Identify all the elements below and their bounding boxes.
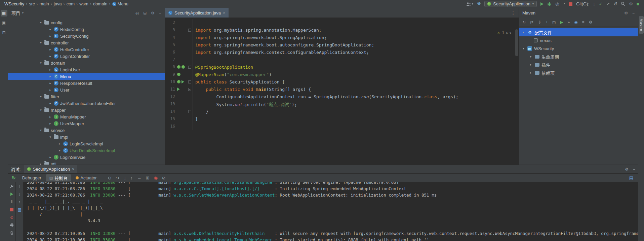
- profile-checkbox[interactable]: [534, 38, 538, 42]
- maven-tree-item[interactable]: ▾mWSecurity: [519, 44, 638, 53]
- chevron-down-icon[interactable]: ▾: [39, 108, 43, 112]
- breadcrumb-item[interactable]: WSecurity: [3, 1, 25, 6]
- run-configuration-icon[interactable]: ▶: [560, 20, 563, 24]
- code-line[interactable]: 7: [165, 56, 519, 63]
- breadcrumb-item[interactable]: main: [39, 1, 50, 6]
- chevron-right-icon[interactable]: ▸: [529, 63, 533, 66]
- settings-icon[interactable]: ⚙: [629, 2, 633, 6]
- project-tree-item[interactable]: ▾impl: [8, 134, 165, 140]
- project-tree-item[interactable]: ▸IUserMapper: [8, 120, 165, 127]
- maven-tree-item[interactable]: ▾⚙配置文件: [519, 28, 638, 36]
- project-tree-item[interactable]: ▾service: [8, 127, 165, 134]
- chevron-right-icon[interactable]: ▸: [48, 28, 52, 31]
- debug-button[interactable]: [547, 2, 552, 6]
- project-tree-item[interactable]: ▾controller: [8, 39, 165, 46]
- maven-tree-item[interactable]: ▸插件: [519, 61, 638, 69]
- hide-icon[interactable]: −: [632, 11, 635, 15]
- maven-tree-item[interactable]: nexus: [519, 36, 638, 44]
- spring-bean-icon[interactable]: [177, 73, 180, 76]
- sort-icon[interactable]: ↕: [17, 200, 22, 204]
- step-over-icon[interactable]: ↪: [116, 176, 120, 180]
- tab-console[interactable]: ▤控制台: [46, 174, 71, 181]
- chevron-down-icon[interactable]: ▾: [39, 41, 43, 44]
- evaluate-expression-icon[interactable]: ⊞: [146, 176, 150, 180]
- project-tree-item[interactable]: ▾mapper: [8, 107, 165, 113]
- structure-stripe-button[interactable]: ⊞: [1, 29, 7, 36]
- hide-icon[interactable]: −: [159, 11, 161, 15]
- editor-scrollbar[interactable]: [515, 29, 518, 56]
- fold-marker[interactable]: [187, 108, 193, 115]
- chevron-right-icon[interactable]: ▸: [48, 88, 52, 92]
- pause-icon[interactable]: ‖: [9, 200, 14, 204]
- chevron-right-icon[interactable]: ▸: [48, 156, 52, 159]
- spring-bean-icon[interactable]: [177, 65, 180, 69]
- fold-marker[interactable]: [187, 56, 193, 63]
- clear-console-icon[interactable]: [9, 231, 14, 235]
- code-line[interactable]: 14 }: [165, 108, 519, 115]
- fold-marker[interactable]: [187, 41, 193, 48]
- fold-marker[interactable]: [187, 34, 193, 41]
- fold-marker[interactable]: −: [187, 78, 193, 85]
- chevron-right-icon[interactable]: ▸: [48, 55, 52, 58]
- fold-marker[interactable]: −: [187, 63, 193, 71]
- project-tree-item[interactable]: ▸util: [8, 161, 165, 165]
- show-execution-point-icon[interactable]: ⊙: [108, 176, 112, 180]
- maven-stripe-button[interactable]: Maven: [639, 16, 644, 34]
- chevron-right-icon[interactable]: ▸: [48, 115, 52, 118]
- maven-tree-item[interactable]: ▸生命周期: [519, 53, 638, 61]
- code-line[interactable]: 3−import org.mybatis.spring.annotation.M…: [165, 26, 519, 34]
- profiler-button[interactable]: ◔: [563, 2, 565, 6]
- execute-goal-icon[interactable]: m: [552, 20, 556, 24]
- skip-tests-icon[interactable]: »: [567, 20, 570, 24]
- project-tree-item[interactable]: ▸ILoginServcie: [8, 154, 165, 161]
- chevron-right-icon[interactable]: ▸: [39, 162, 43, 165]
- collapse-all-icon[interactable]: ⊟: [143, 11, 147, 15]
- run-to-cursor-icon[interactable]: →: [137, 176, 142, 180]
- project-tree-item[interactable]: ▸CJwtAuthenticationTokenFilter: [8, 100, 165, 107]
- chevron-right-icon[interactable]: ▸: [48, 68, 52, 71]
- code-line[interactable]: 12 ConfigurableApplicationContext run = …: [165, 93, 519, 100]
- breadcrumb-item[interactable]: domain: [92, 1, 109, 6]
- project-tree-item[interactable]: ▸CLoginController: [8, 53, 165, 60]
- project-tree-item[interactable]: ▸CLoginServcieImpl: [8, 140, 165, 147]
- locate-icon[interactable]: ◎: [135, 11, 139, 15]
- toggle-offline-icon[interactable]: ◉: [574, 20, 577, 24]
- fold-marker[interactable]: −: [187, 26, 193, 34]
- project-tree-item[interactable]: ▸CSecurityConfig: [8, 33, 165, 39]
- breadcrumb-item[interactable]: com: [66, 1, 76, 6]
- resume-icon[interactable]: [9, 192, 14, 197]
- hide-icon[interactable]: −: [633, 167, 635, 171]
- refresh-icon[interactable]: ↻: [522, 20, 526, 24]
- run-gutter-icon[interactable]: [182, 80, 184, 83]
- maven-settings-icon[interactable]: ⚙: [589, 20, 593, 24]
- rerun-icon[interactable]: ↻: [10, 175, 17, 180]
- generate-sources-icon[interactable]: ⇄: [530, 20, 533, 24]
- chevron-down-icon[interactable]: ▾: [522, 47, 525, 50]
- chevron-right-icon[interactable]: ▸: [48, 48, 52, 51]
- code-line[interactable]: 2: [165, 19, 519, 26]
- stop-icon[interactable]: [9, 207, 14, 212]
- console[interactable]: 2024-08-22 07:21:08.786 INFO 33080 --- […: [24, 182, 638, 241]
- chevron-right-icon[interactable]: ▸: [529, 55, 533, 58]
- project-tree-item[interactable]: ▸CResponseResult: [8, 80, 165, 87]
- project-tree-item[interactable]: ▾domain: [8, 60, 165, 66]
- fold-marker[interactable]: [187, 48, 193, 56]
- wrench-icon[interactable]: [9, 184, 14, 189]
- print-icon[interactable]: [9, 223, 14, 228]
- download-sources-icon[interactable]: ⇓: [538, 20, 541, 24]
- view-breakpoints-icon[interactable]: ◉: [154, 176, 157, 180]
- code-line[interactable]: 15}: [165, 115, 519, 123]
- settings-icon[interactable]: ⚙: [625, 167, 629, 171]
- code-line[interactable]: 6import org.springframework.context.Conf…: [165, 48, 519, 56]
- show-profiles-icon[interactable]: ≡: [582, 20, 585, 24]
- debug-session-tab[interactable]: SecurityApplication ×: [24, 165, 78, 173]
- chevron-down-icon[interactable]: ▾: [39, 21, 43, 24]
- fold-marker[interactable]: [187, 19, 193, 26]
- commit-stripe-button[interactable]: ▣: [1, 20, 7, 26]
- mute-breakpoints-icon[interactable]: ⊘: [9, 215, 14, 220]
- chevron-down-icon[interactable]: ▾: [39, 95, 43, 98]
- project-tree-item[interactable]: ▸CLoginUser: [8, 66, 165, 73]
- step-into-icon[interactable]: ↓: [124, 176, 126, 180]
- code-line[interactable]: 9@MapperScan("com.wsm.mapper"): [165, 71, 519, 78]
- breadcrumb-item[interactable]: src: [28, 1, 36, 6]
